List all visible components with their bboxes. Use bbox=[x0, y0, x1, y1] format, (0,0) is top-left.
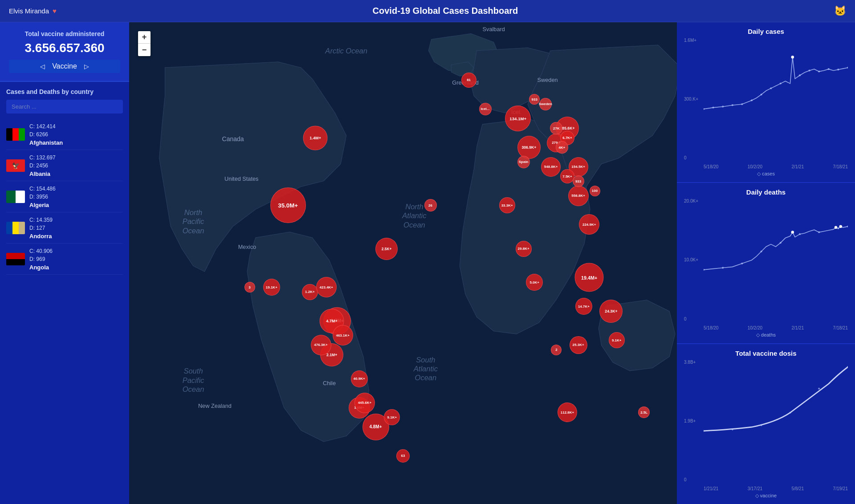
map-bubble-india[interactable]: 19.4M+ bbox=[575, 263, 604, 292]
bubble-label: 63 bbox=[401, 454, 405, 458]
map-bubble-iceland[interactable]: Icel... bbox=[479, 103, 492, 115]
bubble-label: 35.0M+ bbox=[278, 202, 298, 209]
daily-deaths-y-axis: 20.0K+ 10.0K+ 0 bbox=[684, 199, 704, 321]
country-list-item[interactable]: C: 142.414D: 6266Afghanistan bbox=[6, 119, 123, 150]
svg-point-26 bbox=[722, 106, 724, 107]
map-bubble-central_am[interactable]: 1.2K+ bbox=[302, 284, 318, 300]
world-map: North Pacific Ocean South Pacific Ocean … bbox=[129, 22, 677, 504]
sidebar: Total vaccine administered 3.656.657.360… bbox=[0, 22, 129, 504]
bubble-label: 423.4K+ bbox=[320, 285, 333, 289]
map-bubble-sa_small1[interactable]: 445.6K+ bbox=[354, 393, 375, 413]
country-name: Algeria bbox=[29, 202, 56, 208]
map-bubble-sa_small2[interactable]: 9.1K+ bbox=[384, 409, 400, 425]
country-deaths: D: 6266 bbox=[29, 130, 63, 138]
map-bubble-mexico[interactable]: 2.5K+ bbox=[375, 238, 398, 260]
map-bubble-ecuador[interactable]: 476.3K+ bbox=[311, 335, 331, 355]
country-list-item[interactable]: C: 14.359D: 127Andorra bbox=[6, 212, 123, 244]
map-container[interactable]: North Pacific Ocean South Pacific Ocean … bbox=[129, 22, 677, 504]
map-bubble-morocco[interactable]: 33.3K+ bbox=[499, 197, 515, 213]
svg-point-45 bbox=[760, 251, 762, 252]
svg-point-46 bbox=[780, 242, 782, 244]
search-input[interactable] bbox=[6, 100, 123, 114]
svg-text:Ocean: Ocean bbox=[403, 221, 425, 229]
vaccine-dosis-chart: Total vaccine dosis 3.8B+ 1.9B+ 0 bbox=[677, 344, 855, 504]
vaccine-dosis-x-axis: 1/21/21 3/17/21 5/8/21 7/19/21 bbox=[704, 486, 848, 491]
map-bubble-small1[interactable]: 26 bbox=[424, 199, 437, 211]
map-bubble-bolivia[interactable]: 40.9K+ bbox=[351, 370, 368, 387]
bubble-label: 14.7K+ bbox=[578, 305, 590, 309]
map-bubble-greenland[interactable]: 81 bbox=[461, 73, 476, 88]
map-bubble-south_africa[interactable]: 112.8K+ bbox=[558, 402, 577, 422]
map-bubble-haiti[interactable]: 29.8K+ bbox=[516, 241, 532, 257]
country-flag-algeria bbox=[6, 191, 25, 203]
map-bubble-small4[interactable]: 63 bbox=[396, 449, 410, 463]
map-bubble-romania[interactable]: 4K+ bbox=[556, 141, 568, 154]
svg-point-38 bbox=[847, 67, 848, 69]
bubble-label: 40.9K+ bbox=[354, 377, 365, 381]
map-bubble-sa_east[interactable]: 2.5L bbox=[638, 406, 650, 418]
svg-point-40 bbox=[835, 226, 837, 229]
heart-icon: ♥ bbox=[53, 7, 57, 15]
map-bubble-africa_east[interactable]: 25.3K+ bbox=[570, 336, 587, 354]
map-zoom-controls: + − bbox=[138, 31, 151, 56]
map-bubble-venezuela[interactable]: 463.1K+ bbox=[333, 325, 353, 345]
map-bubble-small3[interactable]: 2 bbox=[551, 345, 562, 355]
country-cases: C: 142.414 bbox=[29, 122, 63, 130]
country-info: C: 40.906D: 969Angola bbox=[29, 247, 53, 271]
map-bubble-sweden[interactable]: Sweden bbox=[539, 98, 552, 110]
map-bubble-mideast[interactable]: 9.1K+ bbox=[609, 332, 625, 348]
map-bubble-indonesia[interactable]: 24.3K+ bbox=[599, 300, 623, 323]
y-label-bot: 0 bbox=[684, 477, 704, 482]
bubble-label: 1.4M+ bbox=[309, 136, 321, 140]
map-bubble-norway[interactable]: 933 bbox=[529, 94, 540, 105]
map-bubble-israel[interactable]: 933 bbox=[573, 175, 584, 187]
main-layout: Total vaccine administered 3.656.657.360… bbox=[0, 22, 855, 504]
vaccine-next-button[interactable]: ▷ bbox=[84, 63, 89, 70]
bubble-label: 2.5K+ bbox=[382, 247, 391, 251]
zoom-out-button[interactable]: − bbox=[138, 44, 151, 56]
bubble-label: 134.1M+ bbox=[509, 116, 526, 121]
map-bubble-iran[interactable]: 558.8K+ bbox=[568, 186, 589, 206]
map-bubble-france[interactable]: 306.9K+ bbox=[517, 136, 541, 159]
map-bubble-pakistan[interactable]: 224.9K+ bbox=[579, 214, 599, 235]
bubble-label: 4.8M+ bbox=[369, 424, 382, 429]
map-bubble-italy[interactable]: 548.8K+ bbox=[541, 157, 561, 177]
map-bubble-cuba[interactable]: 423.4K+ bbox=[316, 277, 337, 297]
bubble-label: 558.8K+ bbox=[571, 194, 585, 198]
vaccine-dosis-label: ◇ vaccine bbox=[684, 493, 848, 499]
svg-point-33 bbox=[799, 74, 801, 76]
svg-text:Sweden: Sweden bbox=[537, 77, 558, 83]
y-label-mid: 10.0K+ bbox=[684, 257, 704, 262]
country-info: C: 132.697D: 2456Albania bbox=[29, 154, 56, 177]
svg-point-42 bbox=[704, 269, 704, 271]
map-bubble-uae[interactable]: 100 bbox=[590, 186, 600, 196]
zoom-in-button[interactable]: + bbox=[138, 31, 151, 44]
map-bubble-spain[interactable]: Spain bbox=[517, 156, 530, 168]
map-bubble-uk[interactable]: 134.1M+ bbox=[505, 106, 531, 131]
map-bubble-nigeria[interactable]: 5.0K+ bbox=[526, 274, 543, 291]
svg-text:Pacific: Pacific bbox=[183, 217, 204, 226]
bubble-label: 154.5K+ bbox=[571, 165, 585, 169]
country-cases: C: 14.359 bbox=[29, 216, 53, 224]
map-bubble-small2[interactable]: 3 bbox=[244, 282, 255, 293]
map-bubble-kenya[interactable]: 14.7K+ bbox=[575, 298, 592, 315]
country-list-item[interactable]: C: 154.486D: 3956Algeria bbox=[6, 181, 123, 212]
daily-cases-title: Daily cases bbox=[684, 28, 848, 35]
svg-text:Arctic Ocean: Arctic Ocean bbox=[325, 47, 367, 55]
page-title: Covid-19 Global Cases Dashboard bbox=[373, 6, 518, 16]
svg-text:Atlantic: Atlantic bbox=[413, 365, 438, 373]
country-list-item[interactable]: 🦅C: 132.697D: 2456Albania bbox=[6, 150, 123, 181]
country-list-item[interactable]: C: 40.906D: 969Angola bbox=[6, 244, 123, 275]
map-bubble-nz_bubble[interactable]: 19.1K+ bbox=[263, 279, 280, 296]
svg-point-49 bbox=[837, 228, 839, 229]
vaccine-count: 3.656.657.360 bbox=[9, 41, 120, 55]
bubble-label: 9.1K+ bbox=[387, 415, 397, 419]
daily-deaths-title: Daily deaths bbox=[684, 188, 848, 196]
map-bubble-poland[interactable]: 27K bbox=[550, 122, 562, 134]
daily-deaths-area: 20.0K+ 10.0K+ 0 bbox=[684, 199, 848, 330]
vaccine-prev-button[interactable]: ◁ bbox=[40, 63, 45, 70]
svg-text:North: North bbox=[184, 208, 202, 217]
map-bubble-usa[interactable]: 35.0M+ bbox=[270, 187, 306, 223]
user-name: Elvis Miranda bbox=[9, 7, 49, 15]
map-bubble-canada[interactable]: 1.4M+ bbox=[303, 126, 328, 150]
